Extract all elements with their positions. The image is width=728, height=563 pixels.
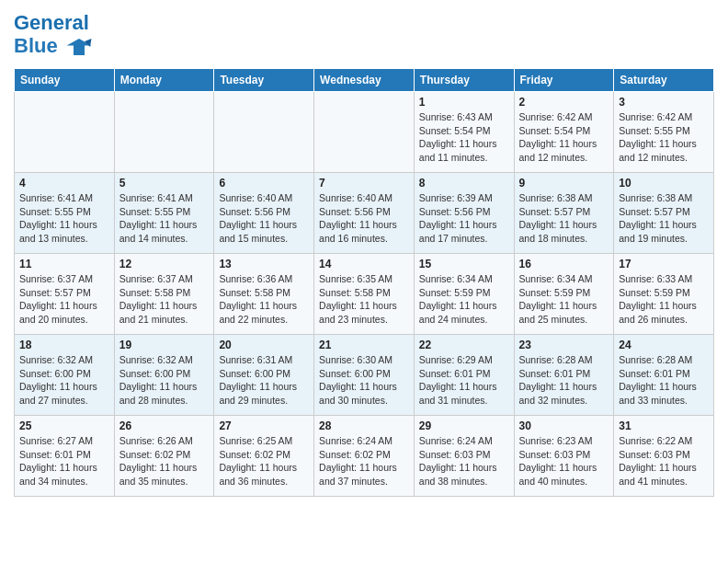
day-info: Sunrise: 6:30 AM Sunset: 6:00 PM Dayligh… [319, 353, 409, 408]
day-info: Sunrise: 6:33 AM Sunset: 5:59 PM Dayligh… [619, 272, 709, 327]
calendar-table: SundayMondayTuesdayWednesdayThursdayFrid… [14, 68, 714, 497]
calendar-cell: 28Sunrise: 6:24 AM Sunset: 6:02 PM Dayli… [314, 416, 415, 497]
weekday-header: Friday [514, 69, 614, 92]
day-number: 13 [219, 258, 309, 270]
calendar-week-row: 25Sunrise: 6:27 AM Sunset: 6:01 PM Dayli… [15, 416, 714, 497]
calendar-cell: 30Sunrise: 6:23 AM Sunset: 6:03 PM Dayli… [514, 416, 614, 497]
day-number: 2 [519, 96, 609, 109]
calendar-cell: 23Sunrise: 6:28 AM Sunset: 6:01 PM Dayli… [514, 335, 614, 416]
calendar-cell: 24Sunrise: 6:28 AM Sunset: 6:01 PM Dayli… [614, 335, 714, 416]
weekday-header: Thursday [414, 69, 514, 92]
calendar-cell: 20Sunrise: 6:31 AM Sunset: 6:00 PM Dayli… [214, 335, 314, 416]
calendar-cell: 13Sunrise: 6:36 AM Sunset: 5:58 PM Dayli… [214, 254, 314, 335]
weekday-header: Monday [114, 69, 214, 92]
calendar-cell: 21Sunrise: 6:30 AM Sunset: 6:00 PM Dayli… [314, 335, 415, 416]
day-number: 10 [619, 177, 709, 190]
logo: General Blue [14, 13, 93, 61]
logo-text-blue: Blue [14, 33, 93, 61]
day-info: Sunrise: 6:23 AM Sunset: 6:03 PM Dayligh… [519, 434, 609, 488]
calendar-cell [15, 92, 115, 173]
calendar-week-row: 18Sunrise: 6:32 AM Sunset: 6:00 PM Dayli… [15, 335, 714, 416]
calendar-cell: 8Sunrise: 6:39 AM Sunset: 5:56 PM Daylig… [414, 173, 514, 254]
day-number: 23 [519, 339, 609, 351]
day-number: 17 [619, 258, 709, 270]
day-info: Sunrise: 6:28 AM Sunset: 6:01 PM Dayligh… [619, 353, 709, 408]
calendar-cell: 17Sunrise: 6:33 AM Sunset: 5:59 PM Dayli… [614, 254, 714, 335]
day-info: Sunrise: 6:41 AM Sunset: 5:55 PM Dayligh… [119, 191, 210, 246]
day-info: Sunrise: 6:42 AM Sunset: 5:54 PM Dayligh… [519, 110, 609, 165]
day-info: Sunrise: 6:40 AM Sunset: 5:56 PM Dayligh… [319, 191, 409, 246]
day-info: Sunrise: 6:27 AM Sunset: 6:01 PM Dayligh… [19, 434, 109, 488]
day-info: Sunrise: 6:29 AM Sunset: 6:01 PM Dayligh… [419, 353, 509, 408]
day-number: 12 [119, 258, 210, 270]
calendar-cell: 27Sunrise: 6:25 AM Sunset: 6:02 PM Dayli… [214, 416, 314, 497]
calendar-cell: 12Sunrise: 6:37 AM Sunset: 5:58 PM Dayli… [114, 254, 214, 335]
day-number: 8 [419, 177, 509, 190]
day-number: 14 [319, 258, 409, 270]
day-info: Sunrise: 6:25 AM Sunset: 6:02 PM Dayligh… [219, 434, 309, 488]
calendar-cell: 2Sunrise: 6:42 AM Sunset: 5:54 PM Daylig… [514, 92, 614, 173]
weekday-header-row: SundayMondayTuesdayWednesdayThursdayFrid… [15, 69, 714, 92]
day-info: Sunrise: 6:39 AM Sunset: 5:56 PM Dayligh… [419, 191, 509, 246]
day-number: 19 [119, 339, 210, 351]
calendar-body: 1Sunrise: 6:43 AM Sunset: 5:54 PM Daylig… [15, 92, 714, 497]
day-number: 26 [119, 419, 210, 432]
calendar-cell: 16Sunrise: 6:34 AM Sunset: 5:59 PM Dayli… [514, 254, 614, 335]
day-number: 22 [419, 339, 509, 351]
day-info: Sunrise: 6:37 AM Sunset: 5:57 PM Dayligh… [19, 272, 109, 327]
day-info: Sunrise: 6:34 AM Sunset: 5:59 PM Dayligh… [419, 272, 509, 327]
day-number: 24 [619, 339, 709, 351]
day-info: Sunrise: 6:35 AM Sunset: 5:58 PM Dayligh… [319, 272, 409, 327]
day-info: Sunrise: 6:34 AM Sunset: 5:59 PM Dayligh… [519, 272, 609, 327]
day-number: 9 [519, 177, 609, 190]
day-number: 29 [419, 419, 509, 432]
calendar-cell: 6Sunrise: 6:40 AM Sunset: 5:56 PM Daylig… [214, 173, 314, 254]
calendar-cell: 3Sunrise: 6:42 AM Sunset: 5:55 PM Daylig… [614, 92, 714, 173]
calendar-cell: 19Sunrise: 6:32 AM Sunset: 6:00 PM Dayli… [114, 335, 214, 416]
logo-text: General [14, 13, 93, 33]
day-info: Sunrise: 6:22 AM Sunset: 6:03 PM Dayligh… [619, 434, 709, 488]
day-number: 1 [419, 96, 509, 109]
day-info: Sunrise: 6:43 AM Sunset: 5:54 PM Dayligh… [419, 110, 509, 165]
calendar-cell: 9Sunrise: 6:38 AM Sunset: 5:57 PM Daylig… [514, 173, 614, 254]
calendar-cell: 15Sunrise: 6:34 AM Sunset: 5:59 PM Dayli… [414, 254, 514, 335]
day-number: 30 [519, 419, 609, 432]
day-number: 27 [219, 419, 309, 432]
calendar-cell: 11Sunrise: 6:37 AM Sunset: 5:57 PM Dayli… [15, 254, 115, 335]
day-number: 20 [219, 339, 309, 351]
calendar-header: SundayMondayTuesdayWednesdayThursdayFrid… [15, 69, 714, 92]
day-info: Sunrise: 6:37 AM Sunset: 5:58 PM Dayligh… [119, 272, 210, 327]
day-number: 11 [19, 258, 109, 270]
calendar-week-row: 4Sunrise: 6:41 AM Sunset: 5:55 PM Daylig… [15, 173, 714, 254]
page-header: General Blue [14, 9, 714, 61]
day-info: Sunrise: 6:24 AM Sunset: 6:03 PM Dayligh… [419, 434, 509, 488]
day-info: Sunrise: 6:31 AM Sunset: 6:00 PM Dayligh… [219, 353, 309, 408]
day-number: 31 [619, 419, 709, 432]
day-info: Sunrise: 6:42 AM Sunset: 5:55 PM Dayligh… [619, 110, 709, 165]
day-info: Sunrise: 6:38 AM Sunset: 5:57 PM Dayligh… [519, 191, 609, 246]
day-info: Sunrise: 6:28 AM Sunset: 6:01 PM Dayligh… [519, 353, 609, 408]
day-number: 21 [319, 339, 409, 351]
calendar-cell: 22Sunrise: 6:29 AM Sunset: 6:01 PM Dayli… [414, 335, 514, 416]
calendar-cell [214, 92, 314, 173]
day-info: Sunrise: 6:40 AM Sunset: 5:56 PM Dayligh… [219, 191, 309, 246]
day-number: 28 [319, 419, 409, 432]
day-info: Sunrise: 6:32 AM Sunset: 6:00 PM Dayligh… [119, 353, 210, 408]
calendar-cell [114, 92, 214, 173]
calendar-cell: 18Sunrise: 6:32 AM Sunset: 6:00 PM Dayli… [15, 335, 115, 416]
weekday-header: Wednesday [314, 69, 415, 92]
calendar-cell: 25Sunrise: 6:27 AM Sunset: 6:01 PM Dayli… [15, 416, 115, 497]
day-number: 25 [19, 419, 109, 432]
day-info: Sunrise: 6:24 AM Sunset: 6:02 PM Dayligh… [319, 434, 409, 488]
calendar-week-row: 1Sunrise: 6:43 AM Sunset: 5:54 PM Daylig… [15, 92, 714, 173]
day-number: 3 [619, 96, 709, 109]
day-number: 4 [19, 177, 109, 190]
weekday-header: Tuesday [214, 69, 314, 92]
day-info: Sunrise: 6:41 AM Sunset: 5:55 PM Dayligh… [19, 191, 109, 246]
day-number: 16 [519, 258, 609, 270]
day-number: 6 [219, 177, 309, 190]
calendar-cell: 26Sunrise: 6:26 AM Sunset: 6:02 PM Dayli… [114, 416, 214, 497]
calendar-cell: 7Sunrise: 6:40 AM Sunset: 5:56 PM Daylig… [314, 173, 415, 254]
calendar-cell [314, 92, 415, 173]
day-number: 7 [319, 177, 409, 190]
